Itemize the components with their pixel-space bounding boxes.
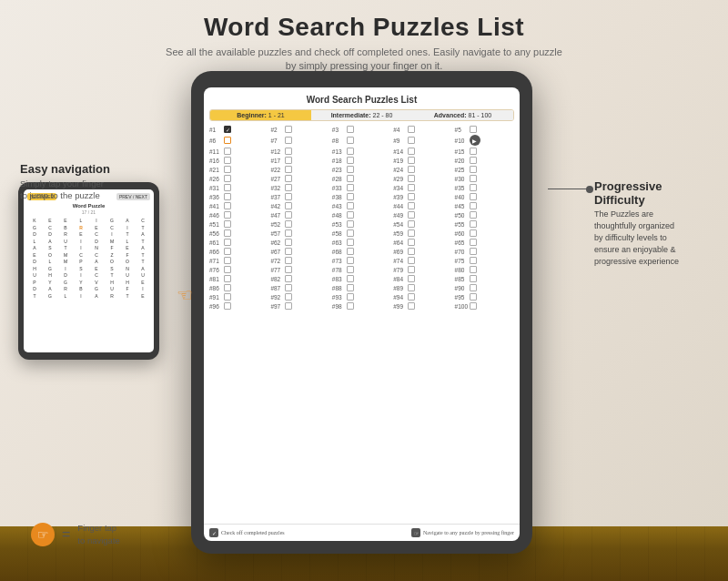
puzzle-checkbox[interactable] bbox=[470, 302, 477, 310]
puzzle-item[interactable]: #88 bbox=[332, 284, 391, 291]
puzzle-item[interactable]: #87 bbox=[270, 284, 329, 291]
puzzle-checkbox[interactable] bbox=[224, 220, 231, 228]
puzzle-item[interactable]: #9 bbox=[393, 135, 452, 146]
puzzle-checkbox[interactable] bbox=[470, 193, 477, 200]
puzzle-checkbox[interactable] bbox=[285, 257, 292, 264]
puzzle-item[interactable]: #53 bbox=[332, 220, 391, 228]
puzzle-item[interactable]: #7 bbox=[270, 135, 329, 146]
puzzle-item[interactable]: #5 bbox=[455, 126, 514, 133]
puzzle-item[interactable]: #67 bbox=[270, 248, 329, 255]
puzzle-checkbox[interactable] bbox=[408, 302, 415, 310]
puzzle-checkbox[interactable] bbox=[470, 248, 477, 255]
puzzle-checkbox[interactable] bbox=[347, 302, 354, 310]
puzzle-checkbox[interactable] bbox=[285, 284, 292, 291]
puzzle-checkbox[interactable] bbox=[347, 157, 354, 164]
puzzle-checkbox[interactable] bbox=[224, 266, 231, 273]
puzzle-checkbox[interactable] bbox=[224, 239, 231, 246]
puzzle-checkbox[interactable] bbox=[285, 148, 292, 155]
puzzle-checkbox[interactable] bbox=[470, 275, 477, 282]
puzzle-checkbox[interactable] bbox=[347, 137, 354, 144]
puzzle-checkbox[interactable] bbox=[285, 126, 292, 133]
puzzle-checkbox[interactable] bbox=[285, 266, 292, 273]
puzzle-checkbox[interactable] bbox=[285, 248, 292, 255]
puzzle-item[interactable]: #2 bbox=[270, 126, 329, 133]
puzzle-item[interactable]: #37 bbox=[270, 193, 329, 200]
puzzle-checkbox[interactable] bbox=[347, 229, 354, 237]
puzzle-item[interactable]: #42 bbox=[270, 202, 329, 209]
puzzle-checkbox[interactable] bbox=[347, 266, 354, 273]
puzzle-item[interactable]: #45 bbox=[455, 202, 514, 209]
puzzle-item[interactable]: #85 bbox=[455, 275, 514, 282]
puzzle-item[interactable]: #24 bbox=[393, 166, 452, 173]
nav-icon[interactable]: ▶ bbox=[470, 135, 480, 146]
puzzle-item[interactable]: #69 bbox=[393, 248, 452, 255]
puzzle-item[interactable]: #21 bbox=[209, 166, 268, 173]
puzzle-item[interactable]: #58 bbox=[332, 229, 391, 237]
puzzle-checkbox[interactable] bbox=[470, 284, 477, 291]
puzzle-item[interactable]: #90 bbox=[455, 284, 514, 291]
puzzle-checkbox[interactable] bbox=[470, 166, 477, 173]
puzzle-checkbox[interactable] bbox=[285, 184, 292, 191]
puzzle-item[interactable]: #1✓ bbox=[209, 126, 268, 133]
puzzle-item[interactable]: #6 bbox=[209, 135, 268, 146]
puzzle-checkbox[interactable] bbox=[470, 229, 477, 237]
puzzle-checkbox[interactable] bbox=[408, 275, 415, 282]
puzzle-checkbox[interactable] bbox=[470, 202, 477, 209]
puzzle-item[interactable]: #10▶ bbox=[455, 135, 514, 146]
puzzle-checkbox[interactable] bbox=[470, 220, 477, 228]
puzzle-item[interactable]: #44 bbox=[393, 202, 452, 209]
puzzle-checkbox[interactable] bbox=[285, 157, 292, 164]
puzzle-item[interactable]: #77 bbox=[270, 266, 329, 273]
puzzle-checkbox[interactable] bbox=[224, 257, 231, 264]
puzzle-item[interactable]: #61 bbox=[209, 239, 268, 246]
puzzle-checkbox[interactable] bbox=[224, 229, 231, 237]
puzzle-item[interactable]: #75 bbox=[455, 257, 514, 264]
puzzle-item[interactable]: #13 bbox=[332, 148, 391, 155]
puzzle-checkbox[interactable] bbox=[224, 193, 231, 200]
puzzle-item[interactable]: #63 bbox=[332, 239, 391, 246]
puzzle-checkbox[interactable] bbox=[347, 126, 354, 133]
puzzle-checkbox[interactable] bbox=[285, 166, 292, 173]
puzzle-item[interactable]: #14 bbox=[393, 148, 452, 155]
puzzle-checkbox[interactable] bbox=[224, 137, 231, 144]
puzzle-item[interactable]: #28 bbox=[332, 175, 391, 182]
puzzle-item[interactable]: #34 bbox=[393, 184, 452, 191]
puzzle-item[interactable]: #82 bbox=[270, 275, 329, 282]
puzzle-checkbox[interactable] bbox=[347, 193, 354, 200]
puzzle-checkbox[interactable] bbox=[408, 248, 415, 255]
puzzle-checkbox[interactable] bbox=[285, 175, 292, 182]
puzzle-item[interactable]: #73 bbox=[332, 257, 391, 264]
puzzle-checkbox[interactable] bbox=[408, 166, 415, 173]
puzzle-item[interactable]: #56 bbox=[209, 229, 268, 237]
puzzle-checkbox[interactable] bbox=[224, 202, 231, 209]
puzzle-item[interactable]: #19 bbox=[393, 157, 452, 164]
puzzle-checkbox[interactable] bbox=[408, 175, 415, 182]
puzzle-checkbox[interactable] bbox=[470, 126, 477, 133]
puzzle-checkbox[interactable] bbox=[285, 202, 292, 209]
puzzle-item[interactable]: #47 bbox=[270, 211, 329, 219]
puzzle-item[interactable]: #96 bbox=[209, 302, 268, 310]
puzzle-item[interactable]: #31 bbox=[209, 184, 268, 191]
puzzle-checkbox[interactable] bbox=[408, 293, 415, 301]
puzzle-item[interactable]: #35 bbox=[455, 184, 514, 191]
puzzle-item[interactable]: #92 bbox=[270, 293, 329, 301]
puzzle-checkbox[interactable] bbox=[347, 211, 354, 219]
puzzle-checkbox[interactable] bbox=[347, 257, 354, 264]
puzzle-item[interactable]: #40 bbox=[455, 193, 514, 200]
puzzle-checkbox[interactable] bbox=[408, 184, 415, 191]
puzzle-checkbox[interactable] bbox=[470, 257, 477, 264]
puzzle-checkbox[interactable] bbox=[408, 229, 415, 237]
puzzle-item[interactable]: #62 bbox=[270, 239, 329, 246]
puzzle-checkbox[interactable] bbox=[347, 275, 354, 282]
puzzle-item[interactable]: #70 bbox=[455, 248, 514, 255]
puzzle-item[interactable]: #36 bbox=[209, 193, 268, 200]
puzzle-checkbox[interactable] bbox=[408, 193, 415, 200]
puzzle-item[interactable]: #59 bbox=[393, 229, 452, 237]
puzzle-checkbox[interactable] bbox=[347, 239, 354, 246]
puzzle-checkbox[interactable] bbox=[470, 266, 477, 273]
puzzle-checkbox[interactable] bbox=[224, 248, 231, 255]
puzzle-checkbox[interactable] bbox=[347, 202, 354, 209]
puzzle-checkbox[interactable] bbox=[224, 175, 231, 182]
puzzle-checkbox[interactable] bbox=[347, 220, 354, 228]
puzzle-checkbox[interactable] bbox=[224, 275, 231, 282]
